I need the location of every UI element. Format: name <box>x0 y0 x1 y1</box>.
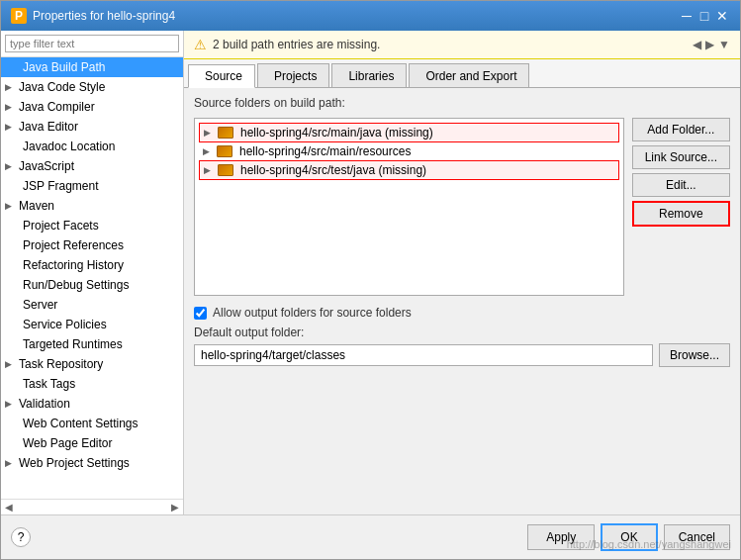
sidebar-item-project-references[interactable]: Project References <box>1 235 183 255</box>
maximize-button[interactable]: □ <box>696 8 712 24</box>
action-button-remove[interactable]: Remove <box>632 201 730 227</box>
sidebar-filter <box>1 31 183 57</box>
sidebar-item-label: Maven <box>19 199 54 213</box>
sidebar-item-service-policies[interactable]: Service Policies <box>1 315 183 334</box>
sidebar-item-javascript[interactable]: ▶JavaScript <box>1 156 183 176</box>
tab-source[interactable]: Source <box>188 64 255 88</box>
tab-projects[interactable]: Projects <box>257 63 329 87</box>
sidebar: Java Build Path▶Java Code Style▶Java Com… <box>1 31 184 514</box>
sidebar-item-java-editor[interactable]: ▶Java Editor <box>1 117 183 137</box>
titlebar: P Properties for hello-spring4 ─ □ ✕ <box>1 1 740 31</box>
browse-button[interactable]: Browse... <box>659 343 730 367</box>
sidebar-item-task-tags[interactable]: Task Tags <box>1 374 183 394</box>
scroll-right-icon: ▶ <box>171 502 179 513</box>
bottom-left: ? <box>11 527 31 547</box>
sidebar-item-refactoring-history[interactable]: Refactoring History <box>1 255 183 275</box>
sidebar-item-task-repository[interactable]: ▶Task Repository <box>1 354 183 374</box>
sidebar-item-label: Service Policies <box>23 318 107 331</box>
tab-label: Source <box>205 69 242 83</box>
expand-arrow-icon: ▶ <box>5 201 15 211</box>
tree-item[interactable]: ▶hello-spring4/src/main/java (missing) <box>199 123 619 142</box>
tab-order-and-export[interactable]: Order and Export <box>409 63 529 87</box>
expand-arrow-icon: ▶ <box>5 82 15 92</box>
sidebar-item-label: Task Tags <box>23 377 75 391</box>
sidebar-item-targeted-runtimes[interactable]: Targeted Runtimes <box>1 334 183 354</box>
expand-arrow-icon: ▶ <box>5 161 15 171</box>
titlebar-left: P Properties for hello-spring4 <box>11 8 175 24</box>
source-tree-wrapper: ▶hello-spring4/src/main/java (missing)▶h… <box>194 118 624 296</box>
filter-input[interactable] <box>5 35 179 52</box>
warning-text: 2 build path entries are missing. <box>213 38 380 51</box>
nav-dropdown-button[interactable]: ▼ <box>718 38 730 51</box>
sidebar-item-project-facets[interactable]: Project Facets <box>1 216 183 235</box>
sidebar-item-web-project-settings[interactable]: ▶Web Project Settings <box>1 453 183 473</box>
tree-item-label: hello-spring4/src/main/resources <box>239 144 411 158</box>
sidebar-item-label: Web Content Settings <box>23 417 139 430</box>
tab-label: Projects <box>274 69 317 83</box>
sidebar-item-java-code-style[interactable]: ▶Java Code Style <box>1 77 183 97</box>
sidebar-item-label: Run/Debug Settings <box>23 278 129 292</box>
sidebar-item-run-debug-settings[interactable]: Run/Debug Settings <box>1 275 183 295</box>
source-folders-label: Source folders on build path: <box>194 96 730 110</box>
expand-arrow-icon: ▶ <box>5 102 15 112</box>
tab-libraries[interactable]: Libraries <box>331 63 407 87</box>
nav-forward-button[interactable]: ▶ <box>705 38 714 51</box>
sidebar-item-label: Web Page Editor <box>23 436 113 450</box>
sidebar-item-server[interactable]: Server <box>1 295 183 315</box>
sidebar-item-label: Server <box>23 298 57 312</box>
sidebar-item-label: Refactoring History <box>23 258 124 272</box>
allow-output-checkbox[interactable] <box>194 307 207 320</box>
expand-arrow-icon: ▶ <box>5 399 15 409</box>
action-button-edit---[interactable]: Edit... <box>632 173 730 197</box>
minimize-button[interactable]: ─ <box>679 8 695 24</box>
tree-expand-icon: ▶ <box>204 165 214 175</box>
tree-item-label: hello-spring4/src/main/java (missing) <box>240 126 433 140</box>
sidebar-item-web-content-settings[interactable]: Web Content Settings <box>1 414 183 433</box>
sidebar-scroll-bottom: ◀ ▶ <box>1 499 183 514</box>
allow-output-label: Allow output folders for source folders <box>213 306 412 320</box>
sidebar-item-web-page-editor[interactable]: Web Page Editor <box>1 433 183 453</box>
help-button[interactable]: ? <box>11 527 31 547</box>
output-folder-input[interactable] <box>194 344 653 366</box>
expand-arrow-icon: ▶ <box>5 122 15 132</box>
tab-label: Order and Export <box>425 69 516 83</box>
tree-expand-icon: ▶ <box>203 146 213 156</box>
sidebar-item-label: Javadoc Location <box>23 140 115 153</box>
sidebar-item-label: Targeted Runtimes <box>23 337 123 351</box>
action-button-link-source---[interactable]: Link Source... <box>632 145 730 169</box>
sidebar-item-label: Task Repository <box>19 357 103 371</box>
action-button-add-folder---[interactable]: Add Folder... <box>632 118 730 141</box>
sidebar-item-label: JavaScript <box>19 159 74 173</box>
bottom-bar: ? Apply OK Cancel <box>1 514 740 559</box>
warning-bar: ⚠ 2 build path entries are missing. ◀ ▶ … <box>184 31 740 59</box>
folder-icon <box>218 164 233 176</box>
tree-item-label: hello-spring4/src/test/java (missing) <box>240 163 426 177</box>
sidebar-item-maven[interactable]: ▶Maven <box>1 196 183 216</box>
sidebar-item-javadoc-location[interactable]: Javadoc Location <box>1 137 183 156</box>
sidebar-item-label: Java Build Path <box>23 60 105 74</box>
sidebar-item-validation[interactable]: ▶Validation <box>1 394 183 414</box>
sidebar-item-jsp-fragment[interactable]: JSP Fragment <box>1 176 183 196</box>
panel-content: Source folders on build path: ▶hello-spr… <box>184 88 740 514</box>
output-folder-label: Default output folder: <box>194 326 730 339</box>
sidebar-item-label: Java Editor <box>19 120 78 134</box>
tree-expand-icon: ▶ <box>204 128 214 138</box>
tree-item[interactable]: ▶hello-spring4/src/test/java (missing) <box>199 160 619 180</box>
nav-back-button[interactable]: ◀ <box>693 38 701 51</box>
right-panel: ⚠ 2 build path entries are missing. ◀ ▶ … <box>184 31 740 514</box>
tree-item[interactable]: ▶hello-spring4/src/main/resources <box>199 142 619 160</box>
close-button[interactable]: ✕ <box>714 8 730 24</box>
watermark: http://blog.csdn.net/yangshangwei <box>567 538 731 550</box>
source-and-buttons: ▶hello-spring4/src/main/java (missing)▶h… <box>194 118 730 296</box>
main-area: Java Build Path▶Java Code Style▶Java Com… <box>1 31 740 514</box>
sidebar-item-java-compiler[interactable]: ▶Java Compiler <box>1 97 183 117</box>
sidebar-item-label: Java Compiler <box>19 100 95 114</box>
sidebar-item-java-build-path[interactable]: Java Build Path <box>1 57 183 77</box>
nav-arrows: ◀ ▶ ▼ <box>693 38 730 51</box>
window-title: Properties for hello-spring4 <box>33 9 175 23</box>
expand-arrow-icon: ▶ <box>5 458 15 468</box>
sidebar-item-label: Validation <box>19 397 70 411</box>
scroll-left-icon: ◀ <box>5 502 13 513</box>
tabs-bar: SourceProjectsLibrariesOrder and Export <box>184 59 740 88</box>
expand-arrow-icon: ▶ <box>5 359 15 369</box>
